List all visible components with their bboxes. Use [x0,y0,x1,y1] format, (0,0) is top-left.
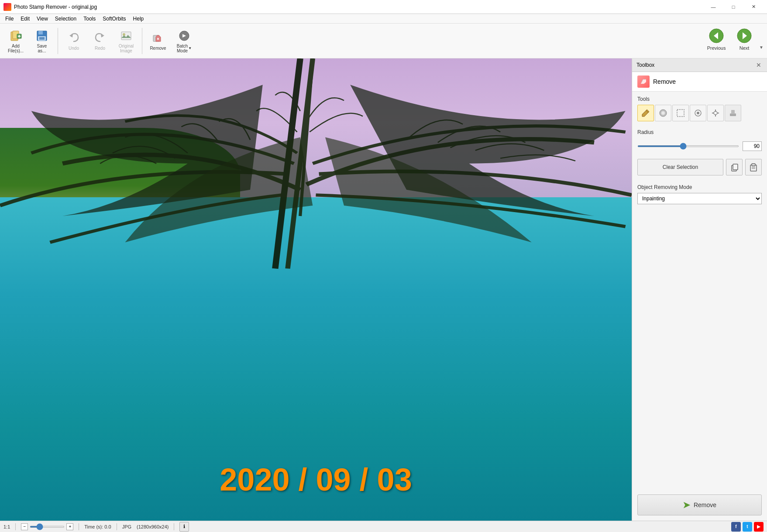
remove-action-label: Remove [694,501,716,508]
toolbar: Add File(s)... Save as... Undo [0,24,767,58]
remove-label: Remove [150,46,166,51]
copy-selection-button[interactable] [726,159,743,175]
minimize-button[interactable]: — [703,0,723,14]
menu-softorbits[interactable]: SoftOrbits [99,15,129,23]
copy-icon [729,162,739,172]
toolbox-close-button[interactable]: ✕ [755,61,763,69]
status-bar: 1:1 − + Time (s): 0.0 JPG (1280x960x24) … [0,521,767,532]
menu-selection[interactable]: Selection [52,15,80,23]
canvas-area[interactable]: 2020 / 09 / 03 [0,58,632,521]
menu-help[interactable]: Help [130,15,148,23]
clear-selection-button[interactable]: Clear Selection [637,159,723,175]
svg-rect-11 [121,32,131,40]
remove-btn-section: ➤ Remove [632,489,767,521]
redo-icon [93,31,107,45]
palm-overlay [0,58,632,521]
toolbox-header: Toolbox ✕ [632,58,767,72]
radius-label: Radius [637,129,762,135]
wand-select-tool-button[interactable] [707,105,724,121]
svg-point-25 [697,112,699,114]
time-label: Time (s): 0.0 [84,524,111,529]
eraser-tool-button[interactable] [655,105,671,121]
menu-tools[interactable]: Tools [80,15,99,23]
nav-area: Previous Next ▼ [703,26,764,56]
main-area: 2020 / 09 / 03 Toolbox ✕ Remove Tools [0,58,767,521]
wand-select-icon [711,108,720,118]
redo-label: Redo [95,46,105,51]
previous-button[interactable]: Previous [703,26,729,56]
image-scene: 2020 / 09 / 03 [0,58,632,521]
batch-mode-button[interactable]: Batch Mode ▼ [172,26,196,56]
menu-file[interactable]: File [2,15,17,23]
svg-rect-32 [731,110,735,114]
window-controls: — □ ✕ [703,0,764,14]
toolbox-panel: Toolbox ✕ Remove Tools [632,58,767,521]
remove-action-button[interactable]: ➤ Remove [637,494,762,515]
youtube-button[interactable]: ▶ [754,522,764,532]
toolbar-separator-2 [142,28,142,54]
remove-button-toolbar[interactable]: Remove [146,26,170,56]
dimensions-label: (1280x960x24) [137,524,169,529]
app-icon [3,3,11,11]
add-files-label: Add File(s)... [8,44,24,53]
toolbox-title: Toolbox [636,62,654,68]
magic-wand-tool-button[interactable] [690,105,706,121]
batch-mode-label: Batch Mode [177,44,188,53]
facebook-button[interactable]: f [731,522,741,532]
save-as-icon [35,29,49,43]
close-button[interactable]: ✕ [743,0,764,14]
brush-icon [641,108,650,118]
next-button[interactable]: Next [731,26,757,56]
radius-row: 90 [637,141,762,151]
menu-view[interactable]: View [33,15,52,23]
radius-value-input[interactable]: 90 [743,141,762,151]
batch-dropdown-arrow: ▼ [188,46,192,50]
add-files-button[interactable]: Add File(s)... [3,26,28,56]
svg-rect-36 [752,164,755,166]
remove-section-title: Remove [653,78,676,85]
menu-edit[interactable]: Edit [17,15,33,23]
toolbar-separator-1 [58,28,58,54]
maximize-button[interactable]: □ [723,0,743,14]
zoom-out-button[interactable]: − [21,523,28,530]
rect-select-icon [676,108,685,118]
stamp-tool-button[interactable] [725,105,741,121]
tools-section: Tools [632,92,767,126]
previous-icon [709,28,724,45]
radius-slider-container [637,142,739,151]
original-image-button[interactable]: Original Image [114,26,138,56]
remove-arrow-icon: ➤ [683,500,690,510]
svg-rect-23 [677,110,684,117]
info-button[interactable]: ℹ [179,522,189,532]
next-label: Next [739,45,750,51]
save-as-label: Save as... [37,44,47,53]
zoom-slider[interactable] [30,526,65,528]
status-sep-1 [15,523,16,530]
mode-section: Object Removing Mode Inpainting Content … [632,180,767,209]
twitter-button[interactable]: t [743,522,752,532]
zoom-level: 1:1 [3,524,10,529]
toolbox-spacer [632,209,767,489]
nav-chevron-down: ▼ [759,45,764,50]
original-image-icon [119,29,133,43]
undo-icon [67,31,81,45]
status-sep-2 [79,523,79,530]
radius-slider[interactable] [637,145,739,147]
mode-select[interactable]: Inpainting Content Aware Fill Average Co… [637,193,762,204]
svg-point-30 [714,111,717,115]
redo-button[interactable]: Redo [88,26,112,56]
svg-rect-6 [38,31,43,34]
undo-button[interactable]: Undo [62,26,86,56]
status-sep-4 [174,523,174,530]
svg-rect-34 [733,164,738,170]
save-as-button[interactable]: Save as... [30,26,54,56]
radius-section: Radius 90 [632,126,767,154]
zoom-in-button[interactable]: + [66,523,73,530]
menu-bar: File Edit View Selection Tools SoftOrbit… [0,14,767,24]
eraser-icon [658,108,668,118]
brush-tool-button[interactable] [637,105,654,121]
toolbox-remove-section: Remove [632,72,767,92]
tools-row [637,105,762,121]
rect-select-tool-button[interactable] [672,105,689,121]
paste-selection-button[interactable] [745,159,762,175]
